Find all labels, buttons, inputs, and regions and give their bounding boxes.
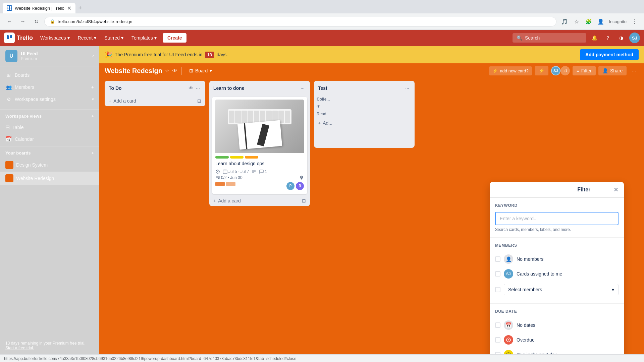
filter-panel-title: Filter <box>554 187 614 193</box>
premium-trial-link[interactable]: Start a free trial. <box>5 346 34 350</box>
extensions-icon[interactable]: 🧩 <box>583 16 594 27</box>
power-ups-button[interactable]: ⚡ <box>535 66 548 75</box>
sidebar-toggle-button[interactable]: ‹ <box>92 53 94 59</box>
media-control-icon[interactable]: 🎵 <box>559 16 570 27</box>
sidebar-your-boards-header[interactable]: Your boards + <box>0 148 99 158</box>
settings-chevron-icon: ▾ <box>92 97 94 102</box>
trello-logo[interactable]: Trello <box>4 33 33 43</box>
back-button[interactable]: ← <box>4 16 15 27</box>
column-test-menu-button[interactable]: ··· <box>404 84 411 92</box>
tab-close-button[interactable]: ✕ <box>67 5 71 11</box>
notifications-button[interactable]: 🔔 <box>589 33 600 43</box>
column-menu-button[interactable]: ··· <box>195 84 201 92</box>
add-payment-button[interactable]: Add payment method <box>580 49 639 60</box>
bookmark-icon[interactable]: ☆ <box>571 16 582 27</box>
sidebar-item-workspace-settings[interactable]: ⚙ Workspace settings ▾ <box>0 93 99 105</box>
column-learn-menu-button[interactable]: ··· <box>299 84 306 92</box>
user-avatar[interactable]: SJ <box>629 33 640 43</box>
test-card-partial[interactable]: 👁 <box>314 103 415 110</box>
svg-rect-4 <box>7 35 9 39</box>
filter-panel-header: Filter ✕ <box>490 182 624 198</box>
add-card-button-learn[interactable]: + Add a card ⊟ <box>209 195 310 206</box>
no-members-icon: 👤 <box>504 254 513 264</box>
add-card-icon: + <box>213 198 216 203</box>
add-card-button-todo[interactable]: + Add a card ⊟ <box>105 96 205 106</box>
create-button[interactable]: Create <box>163 33 187 43</box>
workspaces-menu-button[interactable]: Workspaces ▾ <box>37 33 73 43</box>
forward-button[interactable]: → <box>17 16 28 27</box>
topnav-right: 🔍 Search 🔔 ? ◑ SJ <box>513 33 640 43</box>
tab-favicon <box>7 5 12 11</box>
label-orange <box>245 156 258 159</box>
filter-button[interactable]: ≡ Filter <box>573 66 596 75</box>
assigned-to-me-option[interactable]: SJ Cards assigned to me <box>495 266 619 281</box>
starred-menu-button[interactable]: Starred ▾ <box>101 33 127 43</box>
templates-menu-button[interactable]: Templates ▾ <box>128 33 160 43</box>
lock-icon: 🔒 <box>50 19 55 24</box>
filter-keyword-section: Keyword Search cards, members, labels, a… <box>490 198 624 237</box>
select-members-checkbox[interactable] <box>495 287 500 292</box>
board-area: 🎉 The Premium free trial for UI Feed end… <box>99 46 644 354</box>
filter-close-button[interactable]: ✕ <box>613 186 619 193</box>
no-dates-option[interactable]: 📅 No dates <box>495 318 619 333</box>
sidebar-board-website-redesign[interactable]: Website Redesign <box>0 172 99 185</box>
card-learn-design-ops[interactable]: Learn about design ops Jul 5 - Jul 7 <box>212 97 307 194</box>
board-view-button[interactable]: ⊞ Board ▾ <box>186 67 215 75</box>
sidebar-item-table[interactable]: ⊟ Table <box>0 121 99 133</box>
search-bar[interactable]: 🔍 Search <box>513 33 586 43</box>
share-button[interactable]: 👤 Share <box>598 66 627 75</box>
add-workspace-view-icon[interactable]: + <box>91 114 94 119</box>
no-members-option[interactable]: 👤 No members <box>495 252 619 266</box>
incognito-label: Incognito <box>607 19 628 24</box>
card-title-design-ops: Learn about design ops <box>215 161 304 167</box>
visibility-icon[interactable]: 👁 <box>172 68 177 74</box>
keyword-hint: Search cards, members, labels, and more. <box>495 227 619 232</box>
sidebar-board-design-system[interactable]: Design System <box>0 158 99 172</box>
top-navigation: Trello Workspaces ▾ Recent ▾ Starred ▾ T… <box>0 30 644 46</box>
add-member-button[interactable]: + <box>91 84 94 90</box>
trial-banner: 🎉 The Premium free trial for UI Feed end… <box>99 46 644 63</box>
overdue-option[interactable]: Overdue <box>495 333 619 347</box>
no-members-checkbox[interactable] <box>495 256 500 262</box>
test-column-section: Colle... <box>314 96 415 103</box>
assigned-to-me-checkbox[interactable] <box>495 271 500 277</box>
select-members-option[interactable]: Select members ▾ <box>495 281 619 298</box>
card-label-orange-2 <box>226 182 235 186</box>
sidebar-workspace-views-header[interactable]: Workspace views + <box>0 111 99 121</box>
sidebar-item-boards[interactable]: ⊞ Boards <box>0 69 99 81</box>
column-hide-icon[interactable]: 👁 <box>187 84 195 92</box>
due-next-day-option[interactable]: Due in the next day <box>495 347 619 354</box>
profile-icon[interactable]: 👤 <box>595 16 606 27</box>
help-button[interactable]: ? <box>602 33 613 43</box>
more-options-button[interactable]: ··· <box>629 67 639 75</box>
sidebar-item-calendar[interactable]: 📅 Calendar <box>0 133 99 145</box>
add-card-template-icon[interactable]: ⊟ <box>302 198 306 203</box>
new-tab-button[interactable]: + <box>75 3 85 13</box>
active-tab[interactable]: Website Redesign | Trello ✕ <box>3 3 75 13</box>
card-labels <box>215 156 304 159</box>
sidebar-item-members[interactable]: 👥 Members + <box>0 81 99 93</box>
star-board-icon[interactable]: ☆ <box>165 68 169 73</box>
select-members-dropdown[interactable]: Select members ▾ <box>504 284 619 295</box>
board-member-avatar[interactable]: SJ <box>551 66 560 75</box>
board-member-count[interactable]: +1 <box>560 66 570 75</box>
recent-menu-button[interactable]: Recent ▾ <box>74 33 100 43</box>
no-dates-checkbox[interactable] <box>495 322 500 328</box>
due-next-day-checkbox[interactable] <box>495 352 500 354</box>
starred-chevron-icon: ▾ <box>121 35 123 41</box>
theme-button[interactable]: ◑ <box>616 33 627 43</box>
automation-button[interactable]: ⚡ add new card? <box>489 66 532 75</box>
no-dates-label: No dates <box>517 322 619 328</box>
workspace-plan: Premium <box>21 56 89 61</box>
card-meta: Jul 5 - Jul 7 1 <box>215 169 304 174</box>
keyword-input[interactable] <box>495 212 619 225</box>
sidebar-workspace-header[interactable]: U UI Feed Premium ‹ <box>0 46 99 66</box>
menu-icon[interactable]: ⋮ <box>629 16 640 27</box>
reload-button[interactable]: ↻ <box>31 16 42 27</box>
add-board-icon[interactable]: + <box>91 150 94 156</box>
overdue-checkbox[interactable] <box>495 337 500 343</box>
filter-keyword-title: Keyword <box>495 203 619 208</box>
add-card-button-test[interactable]: + Ad... <box>314 118 415 128</box>
template-icon[interactable]: ⊟ <box>197 98 201 104</box>
address-bar[interactable]: 🔒 trello.com/b/lzcfSh4q/website-redesign <box>44 17 556 26</box>
